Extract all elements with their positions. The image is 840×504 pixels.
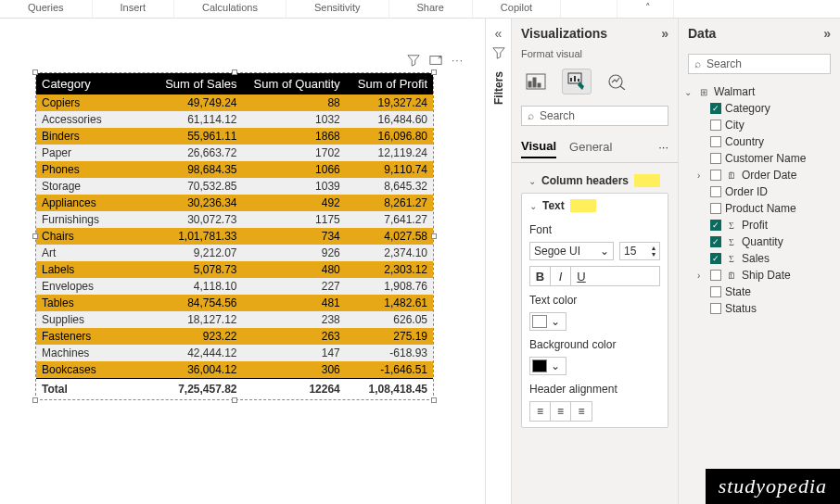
field-row[interactable]: City — [684, 117, 834, 133]
ribbon-tab[interactable]: Queries — [0, 0, 93, 18]
field-checkbox[interactable] — [710, 120, 721, 131]
column-headers-card-header[interactable]: ⌄ Column headers — [521, 169, 668, 193]
field-row[interactable]: Order ID — [684, 183, 834, 200]
sigma-icon: Σ — [725, 220, 738, 231]
table-row: Chairs1,01,781.337344,027.58 — [36, 228, 433, 245]
field-label: Ship Date — [742, 269, 791, 282]
table-row: Envelopes4,118.102271,908.76 — [36, 278, 433, 295]
highlight-marker — [634, 174, 660, 187]
analytics-icon[interactable] — [603, 69, 632, 94]
field-checkbox[interactable] — [710, 303, 721, 314]
text-card: ⌄ Text Font Segoe UI⌄ 15▴▾ B I U Text — [521, 193, 668, 428]
field-row[interactable]: Status — [684, 300, 834, 317]
visualizations-pane: Visualizations » Format visual ⌕ Search … — [511, 19, 678, 504]
field-row[interactable]: State — [684, 284, 834, 300]
field-label: Customer Name — [725, 152, 806, 165]
field-label: Quantity — [742, 235, 783, 248]
field-checkbox[interactable]: ✓ — [710, 236, 721, 247]
format-visual-icon[interactable] — [562, 69, 592, 94]
sigma-icon: Σ — [725, 237, 738, 247]
table-row: Accessories61,114.12103216,484.60 — [36, 111, 433, 128]
text-card-header[interactable]: ⌄ Text — [522, 194, 668, 218]
align-right-button[interactable]: ≡ — [571, 402, 592, 421]
field-label: Product Name — [725, 202, 796, 215]
field-row[interactable]: ✓Category — [684, 100, 834, 117]
focus-mode-icon[interactable] — [429, 54, 442, 67]
ribbon-tab[interactable]: Insert — [93, 0, 175, 18]
align-left-button[interactable]: ≡ — [530, 402, 551, 421]
data-search[interactable]: ⌕ Search — [688, 54, 831, 74]
field-checkbox[interactable]: ✓ — [710, 253, 721, 264]
font-family-select[interactable]: Segoe UI⌄ — [529, 242, 614, 260]
more-options-icon[interactable]: ··· — [658, 140, 668, 154]
svg-rect-6 — [570, 78, 572, 82]
more-options-icon[interactable]: ··· — [452, 54, 465, 67]
field-checkbox[interactable] — [710, 136, 721, 147]
build-visual-icon[interactable] — [521, 69, 551, 94]
search-icon: ⌕ — [694, 57, 701, 70]
field-row[interactable]: ✓ΣQuantity — [684, 233, 834, 250]
field-row[interactable]: Customer Name — [684, 150, 834, 167]
text-color-picker[interactable]: ⌄ — [529, 312, 566, 331]
field-checkbox[interactable] — [710, 186, 721, 197]
table-row: Fasteners923.22263275.19 — [36, 328, 433, 345]
field-checkbox[interactable]: ✓ — [710, 103, 721, 114]
field-label: Order ID — [725, 185, 768, 198]
font-size-input[interactable]: 15▴▾ — [619, 242, 660, 260]
underline-button[interactable]: U — [571, 267, 592, 285]
report-canvas[interactable]: ··· Category Sum of Sales Sum of Quantit… — [0, 19, 485, 504]
table-row: Supplies18,127.12238626.05 — [36, 311, 433, 328]
ribbon-tabs: Queries Insert Calculations Sensitivity … — [0, 0, 840, 19]
ribbon-tab[interactable]: Copilot — [473, 0, 561, 18]
table-visual[interactable]: Category Sum of Sales Sum of Quantity Su… — [35, 72, 434, 400]
font-label: Font — [529, 223, 660, 236]
field-row[interactable]: Country — [684, 133, 834, 150]
field-checkbox[interactable] — [710, 203, 721, 214]
expand-filters-icon[interactable]: « — [495, 26, 503, 41]
filters-label: Filters — [492, 71, 505, 105]
ribbon-tab[interactable]: Share — [389, 0, 473, 18]
table-node[interactable]: ⌄ ⊞ Walmart — [684, 83, 834, 100]
ribbon-collapse-icon[interactable]: ˄ — [617, 0, 674, 18]
bg-color-picker[interactable]: ⌄ — [529, 357, 566, 375]
field-row[interactable]: ✓ΣProfit — [684, 217, 834, 233]
ribbon-tab[interactable]: Sensitivity — [286, 0, 389, 18]
field-checkbox[interactable] — [710, 170, 721, 181]
field-label: Status — [725, 302, 757, 315]
table-icon: ⊞ — [697, 87, 710, 97]
field-checkbox[interactable] — [710, 270, 721, 281]
table-row: Machines42,444.12147-618.93 — [36, 345, 433, 361]
table-row: Appliances30,236.344928,261.27 — [36, 195, 433, 211]
filter-icon[interactable] — [407, 54, 420, 67]
text-color-label: Text color — [529, 294, 660, 307]
table-row: Copiers49,749.248819,327.24 — [36, 94, 433, 111]
svg-rect-4 — [538, 83, 541, 87]
svg-rect-3 — [533, 78, 536, 87]
field-row[interactable]: Product Name — [684, 200, 834, 217]
filters-pane-collapsed[interactable]: « Filters — [485, 19, 511, 504]
tab-general[interactable]: General — [569, 136, 612, 158]
field-row[interactable]: ›🗓Ship Date — [684, 267, 834, 284]
italic-button[interactable]: I — [551, 267, 571, 285]
field-checkbox[interactable] — [710, 153, 721, 164]
tab-visual[interactable]: Visual — [521, 135, 556, 158]
ribbon-tab[interactable]: Calculations — [174, 0, 286, 18]
collapse-pane-icon[interactable]: » — [823, 26, 831, 41]
format-search[interactable]: ⌕ Search — [521, 106, 668, 126]
alignment-label: Header alignment — [529, 383, 660, 396]
sigma-icon: Σ — [725, 254, 738, 264]
field-checkbox[interactable] — [710, 286, 721, 297]
chevron-down-icon: ⌄ — [529, 201, 537, 211]
chevron-down-icon: ⌄ — [551, 315, 560, 328]
filter-icon — [492, 46, 505, 62]
field-row[interactable]: ✓ΣSales — [684, 250, 834, 267]
field-row[interactable]: ›🗓Order Date — [684, 167, 834, 183]
field-checkbox[interactable]: ✓ — [710, 220, 721, 231]
highlight-marker — [570, 199, 596, 212]
table-row: Phones98,684.3510669,110.74 — [36, 161, 433, 178]
collapse-pane-icon[interactable]: » — [661, 26, 668, 41]
table-header-row: Category Sum of Sales Sum of Quantity Su… — [36, 73, 433, 94]
bold-button[interactable]: B — [530, 267, 551, 285]
chevron-icon: › — [697, 170, 706, 181]
align-center-button[interactable]: ≡ — [551, 402, 571, 421]
